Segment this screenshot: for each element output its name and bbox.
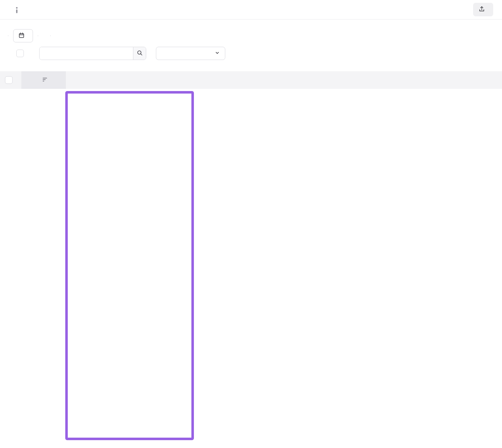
links-per-domain-tabs [50, 35, 51, 36]
chevron-down-icon [214, 50, 220, 57]
export-button[interactable] [473, 3, 493, 16]
advanced-filters-button[interactable] [156, 47, 225, 60]
search-icon [136, 50, 143, 57]
search-button[interactable] [133, 47, 146, 60]
mobile-friendly-checkbox[interactable] [16, 50, 24, 57]
link-type-filter-tabs [38, 35, 38, 36]
filter-row-primary [8, 29, 494, 42]
backlinks-report-page [0, 0, 502, 448]
annotation-source-column [65, 91, 194, 440]
select-all-cell [0, 76, 21, 84]
top-bar [0, 0, 502, 19]
select-all-checkbox[interactable] [5, 76, 13, 84]
sort-descending-icon [42, 77, 48, 83]
calendar-icon [18, 32, 25, 40]
status-filter-tabs [8, 35, 8, 36]
time-period-button[interactable] [13, 29, 33, 42]
bottom-fade-overlay [0, 415, 502, 448]
title-url-filter [39, 47, 146, 60]
mobile-friendly-filter [16, 50, 28, 57]
export-icon [478, 6, 485, 13]
column-header-page-as[interactable] [21, 71, 66, 89]
search-input[interactable] [40, 47, 133, 60]
title-group [8, 6, 18, 13]
backlinks-table [0, 71, 502, 89]
filter-row-secondary [8, 47, 494, 60]
info-icon[interactable] [15, 7, 18, 13]
table-header-row [0, 71, 502, 89]
